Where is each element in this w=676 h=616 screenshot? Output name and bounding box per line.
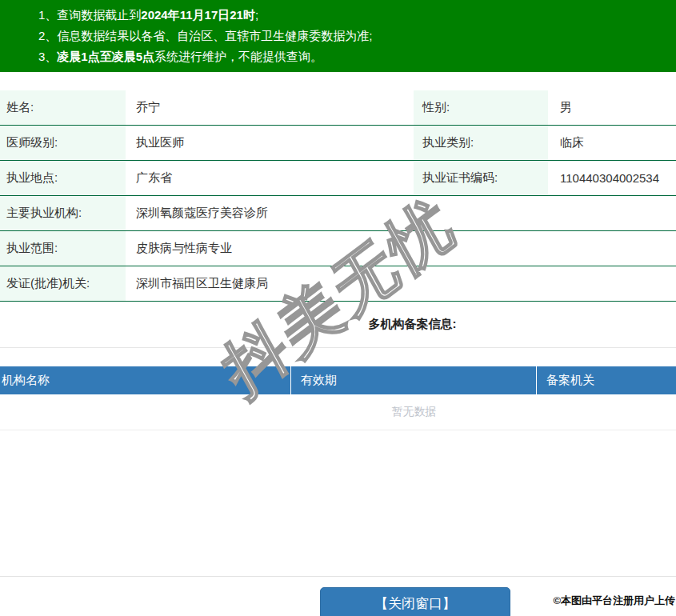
main-org-label: 主要执业机构:: [0, 196, 126, 230]
level-value: 执业医师: [126, 126, 414, 160]
location-value: 广东省: [126, 161, 414, 195]
name-label: 姓名:: [0, 90, 126, 125]
issuer-label: 发证(批准)机关:: [0, 266, 126, 301]
category-label: 执业类别:: [414, 126, 548, 160]
cert-no-label: 执业证书编码:: [414, 161, 548, 195]
name-value: 乔宁: [126, 90, 414, 125]
section-title: 多机构备案信息:: [369, 317, 457, 332]
notice-line-2: 2、信息数据结果以各省、自治区、直辖市卫生健康委数据为准;: [38, 26, 668, 46]
cert-no-value: 110440304002534: [548, 161, 676, 195]
gender-value: 男: [548, 90, 676, 125]
close-window-button[interactable]: 【关闭窗口】: [320, 587, 510, 616]
section-title-row: 多机构备案信息:: [0, 302, 676, 348]
column-header-authority: 备案机关: [536, 366, 676, 394]
table-row-level-category: 医师级别: 执业医师 执业类别: 临床: [0, 126, 676, 161]
table-row-scope: 执业范围: 皮肤病与性病专业: [0, 231, 676, 266]
notice-text: 系统进行维护，不能提供查询。: [154, 50, 322, 63]
table-row-main-org: 主要执业机构: 深圳氧颜蔻医疗美容诊所: [0, 196, 676, 231]
gender-label: 性别:: [414, 90, 548, 125]
section-gap: [0, 348, 676, 366]
table-row-name-gender: 姓名: 乔宁 性别: 男: [0, 90, 676, 126]
notice-line-3: 3、凌晨1点至凌晨5点系统进行维护，不能提供查询。: [38, 46, 668, 67]
notice-text: 查询数据截止到: [57, 8, 141, 22]
scope-label: 执业范围:: [0, 231, 126, 266]
notice-text-bold: 凌晨1点至凌晨5点: [57, 50, 154, 63]
table-row-location-certno: 执业地点: 广东省 执业证书编码: 110440304002534: [0, 161, 676, 196]
notice-number: 3、: [38, 50, 57, 63]
category-value: 临床: [548, 126, 676, 160]
bottom-spacer: [0, 430, 676, 576]
notice-banner: 1、查询数据截止到2024年11月17日21时; 2、信息数据结果以各省、自治区…: [0, 0, 676, 72]
notice-number: 1、: [38, 8, 57, 22]
table-row-issuer: 发证(批准)机关: 深圳市福田区卫生健康局: [0, 266, 676, 302]
issuer-value: 深圳市福田区卫生健康局: [126, 266, 676, 301]
main-org-value: 深圳氧颜蔻医疗美容诊所: [126, 196, 676, 230]
doctor-info-table: 姓名: 乔宁 性别: 男 医师级别: 执业医师 执业类别: 临床 执业地点: 广…: [0, 90, 676, 302]
records-table-inner: 机构名称 有效期 备案机关 暂无数据: [0, 366, 676, 430]
footer: 【关闭窗口】 ©本图由平台注册用户上传: [0, 576, 676, 609]
notice-text-bold: 2024年11月17日21时: [141, 8, 255, 22]
level-label: 医师级别:: [0, 126, 126, 160]
empty-data-row: 暂无数据: [0, 394, 676, 430]
notice-text: 信息数据结果以各省、自治区、直辖市卫生健康委数据为准;: [57, 29, 372, 42]
records-header-row: 机构名称 有效期 备案机关: [0, 366, 676, 394]
records-table: 机构名称 有效期 备案机关 暂无数据: [0, 366, 676, 430]
location-label: 执业地点:: [0, 161, 126, 195]
notice-line-1: 1、查询数据截止到2024年11月17日21时;: [38, 5, 668, 26]
column-header-validity: 有效期: [290, 366, 536, 394]
copyright-text: ©本图由平台注册用户上传: [553, 594, 675, 608]
column-header-org-name: 机构名称: [0, 366, 290, 394]
scope-value: 皮肤病与性病专业: [126, 231, 676, 266]
notice-number: 2、: [38, 29, 57, 42]
notice-text: ;: [255, 8, 258, 22]
